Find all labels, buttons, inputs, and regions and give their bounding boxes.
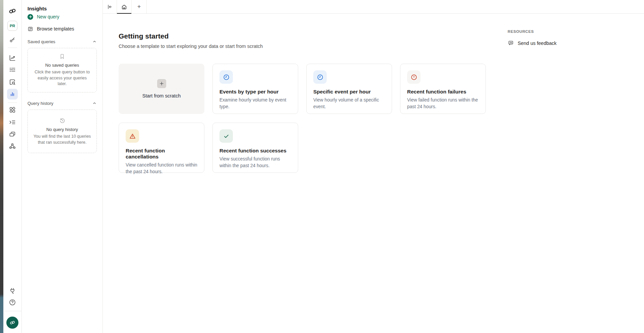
plus-circle-icon [27, 14, 33, 20]
page-title: Getting started [119, 32, 644, 41]
bookmark-icon [59, 53, 65, 60]
template-card-function-successes[interactable]: Recent function successes View successfu… [212, 123, 298, 173]
send-feedback-link[interactable]: Send us feedback [508, 40, 557, 46]
icon-rail: PR [3, 0, 22, 333]
new-query-button[interactable]: New query [27, 12, 97, 21]
check-icon [219, 129, 233, 143]
divider [8, 103, 17, 103]
query-history-header: Query history [27, 101, 53, 106]
card-description: View failed function runs within the pas… [407, 97, 479, 110]
event-logs-icon[interactable] [8, 118, 16, 126]
integrations-plug-icon[interactable] [8, 287, 16, 295]
query-history-empty-state: No query history You will find the last … [27, 110, 97, 153]
card-title: Recent function successes [219, 148, 291, 154]
query-history-empty-description: You will find the last 10 queries that r… [33, 134, 91, 146]
home-tab-active[interactable] [117, 0, 132, 13]
query-history-empty-title: No query history [46, 127, 78, 132]
events-icon[interactable] [8, 78, 16, 86]
start-from-scratch-card[interactable]: Start from scratch [119, 64, 204, 114]
template-card-specific-event[interactable]: Specific event per hour View hourly volu… [306, 64, 392, 114]
history-clock-icon [59, 117, 66, 124]
apps-icon[interactable] [8, 106, 16, 114]
collapse-sidebar-button[interactable] [103, 0, 117, 13]
feedback-bubble-icon [508, 40, 514, 46]
collapse-panel-icon [107, 4, 113, 10]
clock-icon [219, 70, 233, 84]
main-area: + Getting started Choose a template to s… [103, 0, 644, 333]
environment-badge[interactable]: PR [7, 21, 17, 31]
help-icon[interactable] [9, 298, 16, 306]
saved-queries-header: Saved queries [27, 39, 55, 44]
card-description: Examine hourly volume by event type. [219, 97, 291, 110]
new-query-label: New query [37, 14, 59, 19]
card-title: Recent function failures [407, 89, 479, 95]
getting-started-section: Getting started Choose a template to sta… [103, 14, 644, 173]
divider [8, 48, 17, 48]
template-card-events-by-type[interactable]: Events by type per hour Examine hourly v… [212, 64, 298, 114]
page-subtitle: Choose a template to start exploring you… [119, 44, 644, 49]
query-history-section-toggle[interactable]: Query history [27, 100, 97, 107]
tab-bar: + [103, 0, 644, 14]
saved-queries-empty-title: No saved queries [45, 63, 79, 68]
insights-sidebar: Insights New query Browse templates Save… [22, 0, 103, 333]
runs-icon[interactable] [8, 66, 16, 74]
templates-panel-icon [27, 26, 33, 32]
warning-triangle-icon [126, 129, 139, 143]
card-description: View hourly volume of a specific event. [313, 97, 385, 110]
account-avatar[interactable] [6, 317, 18, 329]
browse-templates-button[interactable]: Browse templates [27, 24, 97, 34]
home-icon [121, 4, 127, 10]
metrics-icon[interactable] [8, 54, 16, 62]
browse-templates-label: Browse templates [37, 26, 74, 31]
environment-badge-label: PR [10, 24, 15, 28]
saved-queries-section-toggle[interactable]: Saved queries [27, 38, 97, 45]
card-description: View cancelled function runs within the … [126, 162, 197, 175]
template-card-function-cancellations[interactable]: Recent function cancellations View cance… [119, 123, 204, 173]
send-feedback-label: Send us feedback [518, 41, 557, 46]
new-tab-label: + [137, 3, 141, 10]
api-keys-icon[interactable] [9, 36, 16, 43]
card-description: View successful function runs within the… [219, 156, 291, 169]
sidebar-title: Insights [27, 5, 97, 12]
alert-circle-icon [407, 70, 421, 84]
saved-queries-empty-description: Click the save query button to easily ac… [33, 69, 91, 87]
clock-icon [313, 70, 327, 84]
resources-panel: RESOURCES Send us feedback [508, 29, 557, 46]
card-title: Specific event per hour [313, 89, 385, 95]
insights-icon-selected[interactable] [7, 89, 18, 99]
chevron-up-icon [92, 101, 97, 106]
support-chat-icon[interactable] [8, 130, 16, 138]
saved-queries-empty-state: No saved queries Click the save query bu… [27, 48, 97, 92]
card-title: Events by type per hour [219, 89, 291, 95]
inngest-logo-icon[interactable] [8, 7, 17, 15]
template-cards-grid: Start from scratch Events by type per ho… [119, 64, 644, 173]
resources-heading: RESOURCES [508, 29, 557, 34]
template-card-function-failures[interactable]: Recent function failures View failed fun… [400, 64, 486, 114]
start-from-scratch-label: Start from scratch [142, 93, 181, 98]
card-title: Recent function cancellations [126, 148, 197, 160]
webhooks-icon[interactable] [8, 142, 16, 150]
new-tab-button[interactable]: + [132, 0, 147, 13]
desktop-background-sliver [0, 0, 3, 333]
plus-icon [157, 79, 166, 88]
chevron-up-icon [92, 39, 97, 44]
divider [3, 311, 22, 311]
